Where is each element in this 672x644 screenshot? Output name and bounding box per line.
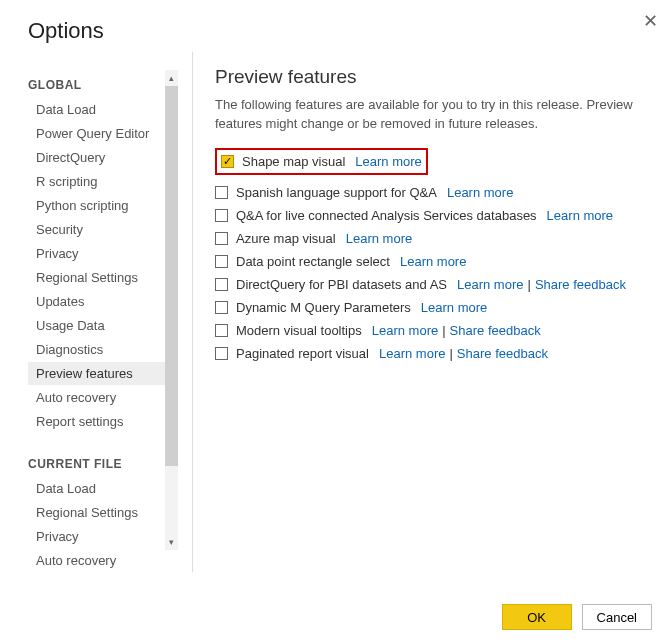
feature-label: DirectQuery for PBI datasets and AS — [236, 277, 447, 292]
feature-checkbox[interactable] — [215, 301, 228, 314]
learn-more-link[interactable]: Learn more — [372, 323, 438, 338]
panel-title: Preview features — [215, 66, 646, 88]
learn-more-link[interactable]: Learn more — [421, 300, 487, 315]
feature-checkbox[interactable] — [215, 324, 228, 337]
sidebar-item[interactable]: Updates — [28, 290, 174, 313]
sidebar-item[interactable]: DirectQuery — [28, 146, 174, 169]
feature-checkbox[interactable] — [215, 278, 228, 291]
sidebar-item[interactable]: Data Load — [28, 477, 174, 500]
feature-row: DirectQuery for PBI datasets and ASLearn… — [215, 273, 646, 296]
sidebar-header-current-file: CURRENT FILE — [28, 457, 174, 471]
scroll-up-icon[interactable]: ▴ — [165, 70, 178, 86]
sidebar: ▴ ▾ GLOBAL Data LoadPower Query EditorDi… — [28, 52, 178, 572]
feature-label: Shape map visual — [242, 154, 345, 169]
panel-description: The following features are available for… — [215, 96, 646, 134]
share-feedback-link[interactable]: Share feedback — [535, 277, 626, 292]
feature-row: Data point rectangle selectLearn more — [215, 250, 646, 273]
feature-row: Spanish language support for Q&ALearn mo… — [215, 181, 646, 204]
share-feedback-link[interactable]: Share feedback — [457, 346, 548, 361]
sidebar-item[interactable]: Usage Data — [28, 314, 174, 337]
feature-row: Azure map visualLearn more — [215, 227, 646, 250]
link-separator: | — [527, 277, 530, 292]
learn-more-link[interactable]: Learn more — [400, 254, 466, 269]
sidebar-item[interactable]: Security — [28, 218, 174, 241]
share-feedback-link[interactable]: Share feedback — [450, 323, 541, 338]
dialog-body: ▴ ▾ GLOBAL Data LoadPower Query EditorDi… — [0, 52, 672, 572]
sidebar-item[interactable]: Privacy — [28, 242, 174, 265]
sidebar-header-global: GLOBAL — [28, 78, 174, 92]
close-icon[interactable]: ✕ — [643, 10, 658, 32]
feature-row: Modern visual tooltipsLearn more|Share f… — [215, 319, 646, 342]
sidebar-item[interactable]: Regional Settings — [28, 266, 174, 289]
main-panel: Preview features The following features … — [193, 52, 652, 572]
sidebar-item[interactable]: Diagnostics — [28, 338, 174, 361]
dialog-footer: OK Cancel — [502, 604, 652, 630]
feature-label: Modern visual tooltips — [236, 323, 362, 338]
learn-more-link[interactable]: Learn more — [379, 346, 445, 361]
sidebar-item[interactable]: Auto recovery — [28, 386, 174, 409]
feature-row: Q&A for live connected Analysis Services… — [215, 204, 646, 227]
sidebar-item[interactable]: R scripting — [28, 170, 174, 193]
feature-checkbox[interactable]: ✓ — [221, 155, 234, 168]
feature-checkbox[interactable] — [215, 255, 228, 268]
feature-label: Dynamic M Query Parameters — [236, 300, 411, 315]
feature-label: Data point rectangle select — [236, 254, 390, 269]
feature-row: Paginated report visualLearn more|Share … — [215, 342, 646, 365]
link-separator: | — [442, 323, 445, 338]
learn-more-link[interactable]: Learn more — [447, 185, 513, 200]
sidebar-item[interactable]: Power Query Editor — [28, 122, 174, 145]
feature-checkbox[interactable] — [215, 186, 228, 199]
feature-row: ✓Shape map visualLearn more — [215, 148, 428, 175]
learn-more-link[interactable]: Learn more — [346, 231, 412, 246]
sidebar-item[interactable]: Regional Settings — [28, 501, 174, 524]
feature-checkbox[interactable] — [215, 232, 228, 245]
feature-row: Dynamic M Query ParametersLearn more — [215, 296, 646, 319]
link-separator: | — [449, 346, 452, 361]
sidebar-item[interactable]: Privacy — [28, 525, 174, 548]
sidebar-item[interactable]: Auto recovery — [28, 549, 174, 572]
feature-label: Spanish language support for Q&A — [236, 185, 437, 200]
feature-checkbox[interactable] — [215, 347, 228, 360]
feature-label: Paginated report visual — [236, 346, 369, 361]
scrollbar-thumb[interactable] — [165, 86, 178, 466]
sidebar-item[interactable]: Preview features — [28, 362, 174, 385]
scroll-down-icon[interactable]: ▾ — [165, 534, 178, 550]
feature-label: Azure map visual — [236, 231, 336, 246]
sidebar-item[interactable]: Data Load — [28, 98, 174, 121]
learn-more-link[interactable]: Learn more — [547, 208, 613, 223]
feature-checkbox[interactable] — [215, 209, 228, 222]
learn-more-link[interactable]: Learn more — [457, 277, 523, 292]
sidebar-item[interactable]: Report settings — [28, 410, 174, 433]
sidebar-item[interactable]: Python scripting — [28, 194, 174, 217]
dialog-title: Options — [0, 0, 672, 52]
cancel-button[interactable]: Cancel — [582, 604, 652, 630]
learn-more-link[interactable]: Learn more — [355, 154, 421, 169]
ok-button[interactable]: OK — [502, 604, 572, 630]
feature-label: Q&A for live connected Analysis Services… — [236, 208, 537, 223]
